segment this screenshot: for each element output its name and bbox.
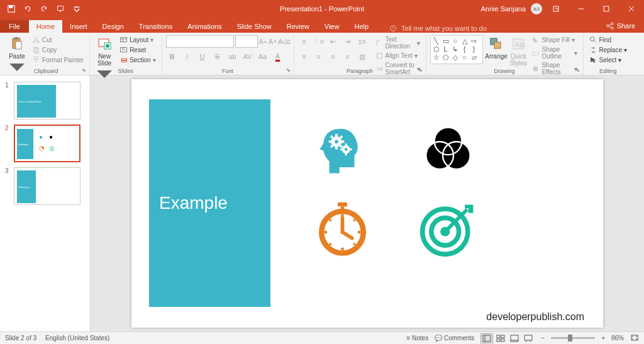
svg-point-71 <box>341 214 344 217</box>
slide-thumb-2[interactable]: Example ● ● ◔ ◎ <box>14 125 80 162</box>
tab-home[interactable]: Home <box>29 20 62 33</box>
font-color-icon: A <box>272 50 284 63</box>
slide-sorter-view-icon[interactable] <box>494 333 507 343</box>
svg-point-55 <box>344 148 347 151</box>
svg-rect-31 <box>121 58 126 60</box>
replace-button[interactable]: Replace ▾ <box>587 45 630 55</box>
svg-rect-87 <box>497 339 500 341</box>
stopwatch-icon[interactable] <box>295 194 389 263</box>
shape-outline-button: Shape Outline ▾ <box>530 45 579 60</box>
start-from-beginning-icon[interactable] <box>53 2 68 16</box>
tab-insert[interactable]: Insert <box>62 20 95 33</box>
slide-thumb-3[interactable]: Thank you <box>14 167 80 205</box>
shape-fill-button: Shape Fill ▾ <box>530 35 579 45</box>
select-button[interactable]: Select ▾ <box>587 55 630 65</box>
avatar[interactable]: AS <box>531 3 542 14</box>
bullets-icon: ≡ <box>298 35 311 48</box>
zoom-in-button[interactable]: + <box>601 335 605 341</box>
svg-line-13 <box>609 26 611 28</box>
zoom-slider[interactable] <box>551 337 595 339</box>
notes-button[interactable]: ≡ Notes <box>406 335 428 341</box>
svg-rect-91 <box>525 335 532 340</box>
svg-point-9 <box>606 25 609 27</box>
normal-view-icon[interactable] <box>480 333 493 343</box>
layout-button[interactable]: Layout ▾ <box>118 35 157 45</box>
target-arrow-icon[interactable] <box>401 194 495 263</box>
slide-title-block[interactable]: Example <box>149 99 270 307</box>
tab-review[interactable]: Review <box>279 20 317 33</box>
tab-view[interactable]: View <box>317 20 347 33</box>
language-indicator[interactable]: English (United States) <box>45 335 109 341</box>
tab-help[interactable]: Help <box>347 20 376 33</box>
drawing-dialog-launcher[interactable]: ⬊ <box>575 67 582 74</box>
shrink-font-icon: A▼ <box>269 35 277 48</box>
char-spacing-icon: AV <box>242 50 254 63</box>
svg-rect-46 <box>335 133 338 136</box>
line-spacing-icon: ‡≡ <box>356 35 369 48</box>
slideshow-view-icon[interactable] <box>522 333 535 343</box>
undo-icon[interactable] <box>20 2 35 16</box>
close-icon[interactable] <box>620 0 643 18</box>
group-clipboard-label: Clipboard <box>3 68 89 74</box>
svg-rect-86 <box>501 335 504 338</box>
svg-point-45 <box>335 140 338 143</box>
text-direction-button: Text Direction ▾ <box>374 35 422 50</box>
window-title: Presentation1 - PowerPoint <box>280 5 364 13</box>
font-family-select[interactable] <box>166 35 234 48</box>
share-button[interactable]: Share <box>597 19 644 33</box>
svg-rect-5 <box>604 6 609 11</box>
qat-chevron-icon[interactable] <box>69 2 84 16</box>
tab-animations[interactable]: Animations <box>180 20 229 33</box>
slide-thumb-1[interactable]: Icons in PowerPoint <box>14 82 80 119</box>
reset-button[interactable]: Reset <box>118 45 157 55</box>
ribbon-display-options-icon[interactable] <box>545 0 567 18</box>
svg-point-75 <box>329 219 331 221</box>
tab-design[interactable]: Design <box>95 20 131 33</box>
svg-rect-57 <box>345 153 347 155</box>
svg-point-76 <box>353 219 355 221</box>
tab-file[interactable]: File <box>0 20 29 33</box>
slide-editor[interactable]: Example <box>91 75 644 331</box>
bold-icon: B <box>166 50 179 63</box>
font-size-select[interactable] <box>235 35 258 48</box>
paragraph-dialog-launcher[interactable]: ⬊ <box>418 67 425 74</box>
group-font-label: Font <box>162 68 294 74</box>
zoom-level[interactable]: 86% <box>611 335 624 341</box>
save-icon[interactable] <box>4 2 19 16</box>
maximize-icon[interactable] <box>595 0 618 18</box>
font-dialog-launcher[interactable]: ⬊ <box>286 67 292 74</box>
venn-circles-icon[interactable] <box>401 116 495 185</box>
find-button[interactable]: Find <box>587 35 630 45</box>
shapes-gallery[interactable]: ╲▭○△⇨⬡ L↳{}☆⬠ ◇○▱⬭⬯▿ <box>430 35 484 64</box>
decrease-indent-icon: ⇤ <box>327 35 340 48</box>
user-name: Annie Sanjana <box>480 5 526 13</box>
svg-rect-59 <box>349 148 352 150</box>
justify-icon: ≡ <box>341 50 354 63</box>
svg-rect-83 <box>483 335 491 341</box>
svg-point-77 <box>329 243 331 245</box>
svg-rect-85 <box>497 335 500 338</box>
head-gears-icon[interactable] <box>295 116 389 185</box>
align-left-icon: ≡ <box>298 50 311 63</box>
slide-counter[interactable]: Slide 2 of 3 <box>5 335 36 341</box>
svg-line-70 <box>342 232 352 238</box>
slide-canvas[interactable]: Example <box>131 79 603 328</box>
tab-transitions[interactable]: Transitions <box>131 20 180 33</box>
comments-button[interactable]: 💬 Comments <box>435 335 474 341</box>
reading-view-icon[interactable] <box>508 333 521 343</box>
svg-rect-3 <box>553 6 558 11</box>
minimize-icon[interactable] <box>570 0 592 18</box>
tell-me-input[interactable]: Tell me what you want to do <box>389 24 487 33</box>
redo-icon[interactable] <box>36 2 52 16</box>
svg-rect-23 <box>34 57 38 60</box>
section-button[interactable]: Section ▾ <box>118 55 157 65</box>
tab-slideshow[interactable]: Slide Show <box>230 20 279 33</box>
new-slide-button[interactable]: New Slide <box>94 35 115 82</box>
zoom-out-button[interactable]: − <box>541 335 545 341</box>
underline-icon: U <box>196 50 209 63</box>
italic-icon: I <box>181 50 194 63</box>
fit-to-window-icon[interactable] <box>630 334 639 343</box>
svg-rect-16 <box>16 42 21 49</box>
clipboard-dialog-launcher[interactable]: ⬊ <box>82 67 88 74</box>
svg-rect-27 <box>121 37 127 42</box>
